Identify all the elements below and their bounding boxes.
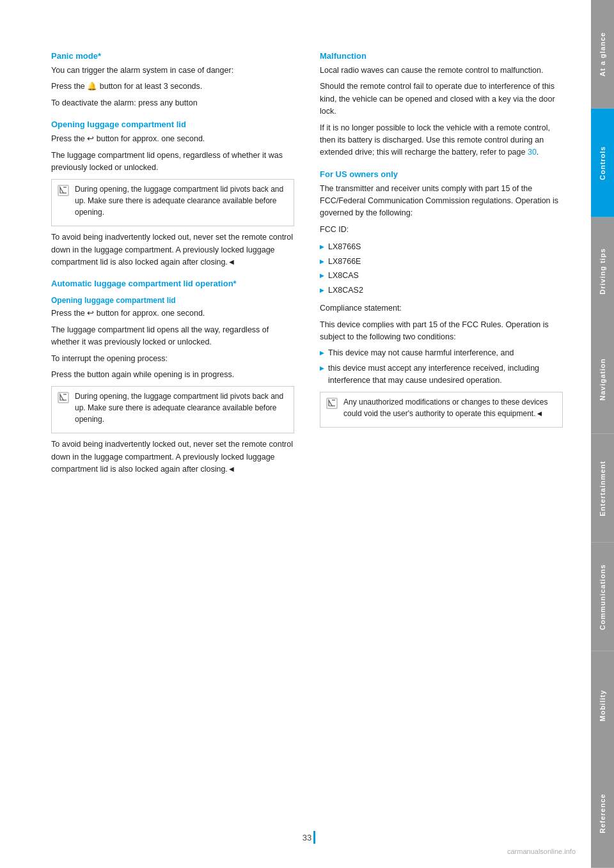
note-icon [57, 184, 70, 197]
opening-lid-text3: To avoid being inadvertently locked out,… [51, 231, 294, 268]
auto-lid-note1-text: During opening, the luggage compartment … [75, 391, 288, 425]
fcc-id-2: LX8766E [320, 254, 563, 269]
auto-lid-text3: To interrupt the opening process: [51, 353, 294, 365]
malfunction-text3: If it is no longer possible to lock the … [320, 122, 563, 159]
fcc-id-3: LX8CAS [320, 268, 563, 283]
fcc-list: LX8766S LX8766E LX8CAS LX8CAS2 [320, 240, 563, 297]
condition-2: this device must accept any interference… [320, 362, 563, 387]
opening-lid-text2: The luggage compartment lid opens, regar… [51, 150, 294, 174]
auto-lid-text1: Press the ↩ button for approx. one secon… [51, 307, 294, 320]
panic-mode-heading: Panic mode* [51, 51, 294, 61]
svg-marker-9 [329, 400, 332, 406]
auto-lid-text4: Press the button again while opening is … [51, 369, 294, 381]
sidebar-tab-communications[interactable]: Communications [591, 543, 614, 651]
malfunction-text2: Should the remote control fail to operat… [320, 81, 563, 118]
auto-lid-heading: Automatic luggage compartment lid operat… [51, 279, 294, 288]
us-owners-note-text: Any unauthorized modifications or change… [343, 396, 557, 419]
page-container: Panic mode* You can trigger the alarm sy… [0, 0, 614, 868]
opening-lid-heading: Opening luggage compartment lid [51, 120, 294, 129]
sidebar-tab-driving-tips[interactable]: Driving tips [591, 217, 614, 326]
auto-lid-sub-heading: Opening luggage compartment lid [51, 296, 294, 305]
panic-mode-text3: To deactivate the alarm: press any butto… [51, 97, 294, 109]
opening-lid-note1-text: During opening, the luggage compartment … [75, 183, 288, 218]
right-column: Malfunction Local radio waves can cause … [320, 51, 563, 830]
us-owners-heading: For US owners only [320, 169, 563, 179]
auto-lid-text5: To avoid being inadvertently locked out,… [51, 438, 294, 476]
watermark: carmanualsonline.info [507, 848, 576, 855]
conditions-list: This device may not cause harmful interf… [320, 347, 563, 387]
sidebar-tab-at-glance[interactable]: At a glance [591, 0, 614, 109]
svg-marker-5 [60, 394, 63, 400]
left-column: Panic mode* You can trigger the alarm sy… [51, 51, 294, 830]
fcc-id-1: LX8766S [320, 240, 563, 254]
auto-lid-text2: The luggage compartment lid opens all th… [51, 324, 294, 349]
panic-mode-text2: Press the 🔔 button for at least 3 second… [51, 81, 294, 93]
sidebar-tab-controls[interactable]: Controls [591, 109, 614, 217]
page-number: 33 [303, 833, 311, 842]
fcc-id-label: FCC ID: [320, 224, 563, 236]
opening-lid-note1: During opening, the luggage compartment … [51, 179, 294, 226]
panic-mode-text1: You can trigger the alarm system in case… [51, 65, 294, 77]
sidebar: At a glance Controls Driving tips Naviga… [591, 0, 614, 868]
note-icon-3 [326, 397, 338, 410]
sidebar-tab-mobility[interactable]: Mobility [591, 651, 614, 760]
sidebar-tab-entertainment[interactable]: Entertainment [591, 434, 614, 543]
opening-lid-text1: Press the ↩ button for approx. one secon… [51, 133, 294, 145]
condition-1: This device may not cause harmful interf… [320, 347, 563, 359]
page-number-bar [313, 831, 315, 844]
svg-marker-1 [60, 187, 63, 193]
us-owners-text1: The transmitter and receiver units compl… [320, 183, 563, 220]
malfunction-heading: Malfunction [320, 51, 563, 61]
page-link-30[interactable]: 30 [528, 148, 537, 157]
sidebar-tab-reference[interactable]: Reference [591, 759, 614, 868]
malfunction-text1: Local radio waves can cause the remote c… [320, 65, 563, 77]
note-icon-2 [57, 391, 70, 404]
main-content: Panic mode* You can trigger the alarm sy… [0, 0, 591, 868]
auto-lid-note1: During opening, the luggage compartment … [51, 386, 294, 433]
compliance-text: This device complies with part 15 of the… [320, 319, 563, 344]
compliance-label: Compliance statement: [320, 302, 563, 314]
fcc-id-4: LX8CAS2 [320, 283, 563, 298]
us-owners-note: Any unauthorized modifications or change… [320, 392, 563, 428]
sidebar-tab-navigation[interactable]: Navigation [591, 325, 614, 434]
